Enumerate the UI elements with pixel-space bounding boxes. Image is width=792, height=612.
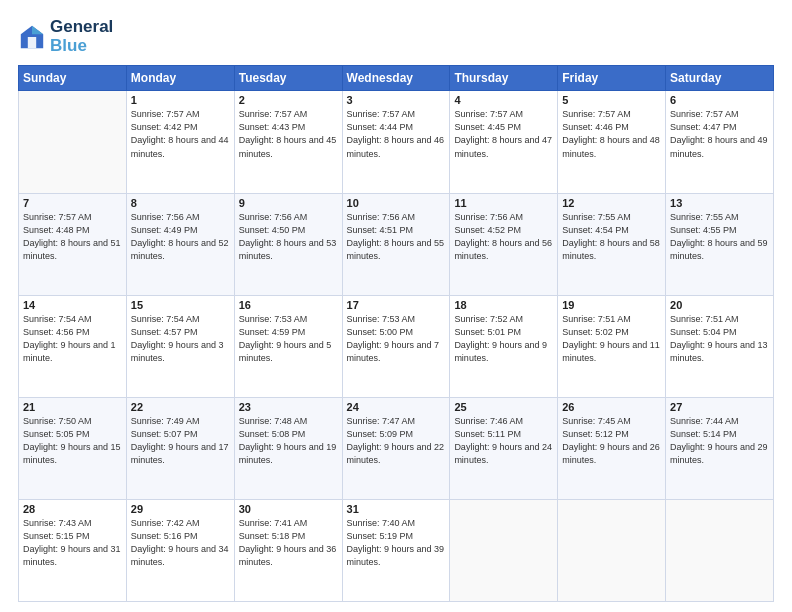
calendar-cell	[450, 499, 558, 601]
weekday-header-tuesday: Tuesday	[234, 66, 342, 91]
calendar-cell: 31Sunrise: 7:40 AMSunset: 5:19 PMDayligh…	[342, 499, 450, 601]
cell-text: Sunrise: 7:57 AMSunset: 4:44 PMDaylight:…	[347, 109, 445, 158]
calendar-cell: 28Sunrise: 7:43 AMSunset: 5:15 PMDayligh…	[19, 499, 127, 601]
cell-text: Sunrise: 7:53 AMSunset: 4:59 PMDaylight:…	[239, 314, 332, 363]
calendar-cell: 18Sunrise: 7:52 AMSunset: 5:01 PMDayligh…	[450, 295, 558, 397]
cell-text: Sunrise: 7:53 AMSunset: 5:00 PMDaylight:…	[347, 314, 440, 363]
cell-text: Sunrise: 7:44 AMSunset: 5:14 PMDaylight:…	[670, 416, 768, 465]
calendar-cell: 21Sunrise: 7:50 AMSunset: 5:05 PMDayligh…	[19, 397, 127, 499]
calendar-cell: 27Sunrise: 7:44 AMSunset: 5:14 PMDayligh…	[666, 397, 774, 499]
calendar-cell: 29Sunrise: 7:42 AMSunset: 5:16 PMDayligh…	[126, 499, 234, 601]
calendar-cell: 7Sunrise: 7:57 AMSunset: 4:48 PMDaylight…	[19, 193, 127, 295]
day-number: 12	[562, 197, 661, 209]
day-number: 20	[670, 299, 769, 311]
logo-text: General Blue	[50, 18, 113, 55]
cell-text: Sunrise: 7:57 AMSunset: 4:47 PMDaylight:…	[670, 109, 768, 158]
calendar-cell: 12Sunrise: 7:55 AMSunset: 4:54 PMDayligh…	[558, 193, 666, 295]
cell-text: Sunrise: 7:48 AMSunset: 5:08 PMDaylight:…	[239, 416, 337, 465]
cell-text: Sunrise: 7:56 AMSunset: 4:49 PMDaylight:…	[131, 212, 229, 261]
cell-text: Sunrise: 7:56 AMSunset: 4:51 PMDaylight:…	[347, 212, 445, 261]
calendar-cell: 2Sunrise: 7:57 AMSunset: 4:43 PMDaylight…	[234, 91, 342, 193]
calendar-cell: 22Sunrise: 7:49 AMSunset: 5:07 PMDayligh…	[126, 397, 234, 499]
cell-text: Sunrise: 7:56 AMSunset: 4:50 PMDaylight:…	[239, 212, 337, 261]
calendar-cell: 16Sunrise: 7:53 AMSunset: 4:59 PMDayligh…	[234, 295, 342, 397]
cell-text: Sunrise: 7:57 AMSunset: 4:43 PMDaylight:…	[239, 109, 337, 158]
weekday-header-monday: Monday	[126, 66, 234, 91]
calendar-cell: 9Sunrise: 7:56 AMSunset: 4:50 PMDaylight…	[234, 193, 342, 295]
day-number: 16	[239, 299, 338, 311]
cell-text: Sunrise: 7:57 AMSunset: 4:42 PMDaylight:…	[131, 109, 229, 158]
cell-text: Sunrise: 7:46 AMSunset: 5:11 PMDaylight:…	[454, 416, 552, 465]
cell-text: Sunrise: 7:45 AMSunset: 5:12 PMDaylight:…	[562, 416, 660, 465]
calendar-cell: 11Sunrise: 7:56 AMSunset: 4:52 PMDayligh…	[450, 193, 558, 295]
cell-text: Sunrise: 7:55 AMSunset: 4:55 PMDaylight:…	[670, 212, 768, 261]
weekday-header-sunday: Sunday	[19, 66, 127, 91]
day-number: 22	[131, 401, 230, 413]
day-number: 4	[454, 94, 553, 106]
day-number: 19	[562, 299, 661, 311]
logo-icon	[18, 23, 46, 51]
calendar-cell: 25Sunrise: 7:46 AMSunset: 5:11 PMDayligh…	[450, 397, 558, 499]
calendar-cell: 8Sunrise: 7:56 AMSunset: 4:49 PMDaylight…	[126, 193, 234, 295]
cell-text: Sunrise: 7:57 AMSunset: 4:46 PMDaylight:…	[562, 109, 660, 158]
calendar-cell	[19, 91, 127, 193]
calendar-cell: 17Sunrise: 7:53 AMSunset: 5:00 PMDayligh…	[342, 295, 450, 397]
calendar-cell: 30Sunrise: 7:41 AMSunset: 5:18 PMDayligh…	[234, 499, 342, 601]
day-number: 29	[131, 503, 230, 515]
cell-text: Sunrise: 7:55 AMSunset: 4:54 PMDaylight:…	[562, 212, 660, 261]
day-number: 25	[454, 401, 553, 413]
day-number: 31	[347, 503, 446, 515]
calendar-cell: 10Sunrise: 7:56 AMSunset: 4:51 PMDayligh…	[342, 193, 450, 295]
day-number: 11	[454, 197, 553, 209]
calendar-cell	[666, 499, 774, 601]
calendar-cell: 6Sunrise: 7:57 AMSunset: 4:47 PMDaylight…	[666, 91, 774, 193]
day-number: 8	[131, 197, 230, 209]
cell-text: Sunrise: 7:54 AMSunset: 4:57 PMDaylight:…	[131, 314, 224, 363]
day-number: 7	[23, 197, 122, 209]
day-number: 17	[347, 299, 446, 311]
cell-text: Sunrise: 7:49 AMSunset: 5:07 PMDaylight:…	[131, 416, 229, 465]
calendar-cell: 4Sunrise: 7:57 AMSunset: 4:45 PMDaylight…	[450, 91, 558, 193]
day-number: 18	[454, 299, 553, 311]
calendar-cell	[558, 499, 666, 601]
calendar-cell: 20Sunrise: 7:51 AMSunset: 5:04 PMDayligh…	[666, 295, 774, 397]
cell-text: Sunrise: 7:43 AMSunset: 5:15 PMDaylight:…	[23, 518, 121, 567]
day-number: 2	[239, 94, 338, 106]
day-number: 5	[562, 94, 661, 106]
day-number: 30	[239, 503, 338, 515]
cell-text: Sunrise: 7:57 AMSunset: 4:48 PMDaylight:…	[23, 212, 121, 261]
calendar-cell: 1Sunrise: 7:57 AMSunset: 4:42 PMDaylight…	[126, 91, 234, 193]
day-number: 24	[347, 401, 446, 413]
cell-text: Sunrise: 7:56 AMSunset: 4:52 PMDaylight:…	[454, 212, 552, 261]
day-number: 23	[239, 401, 338, 413]
weekday-header-saturday: Saturday	[666, 66, 774, 91]
cell-text: Sunrise: 7:47 AMSunset: 5:09 PMDaylight:…	[347, 416, 445, 465]
day-number: 3	[347, 94, 446, 106]
day-number: 14	[23, 299, 122, 311]
weekday-header-friday: Friday	[558, 66, 666, 91]
cell-text: Sunrise: 7:40 AMSunset: 5:19 PMDaylight:…	[347, 518, 445, 567]
calendar-cell: 15Sunrise: 7:54 AMSunset: 4:57 PMDayligh…	[126, 295, 234, 397]
cell-text: Sunrise: 7:51 AMSunset: 5:04 PMDaylight:…	[670, 314, 768, 363]
cell-text: Sunrise: 7:50 AMSunset: 5:05 PMDaylight:…	[23, 416, 121, 465]
calendar-cell: 5Sunrise: 7:57 AMSunset: 4:46 PMDaylight…	[558, 91, 666, 193]
calendar-cell: 3Sunrise: 7:57 AMSunset: 4:44 PMDaylight…	[342, 91, 450, 193]
day-number: 27	[670, 401, 769, 413]
cell-text: Sunrise: 7:54 AMSunset: 4:56 PMDaylight:…	[23, 314, 116, 363]
day-number: 21	[23, 401, 122, 413]
day-number: 13	[670, 197, 769, 209]
day-number: 26	[562, 401, 661, 413]
cell-text: Sunrise: 7:51 AMSunset: 5:02 PMDaylight:…	[562, 314, 660, 363]
calendar-cell: 19Sunrise: 7:51 AMSunset: 5:02 PMDayligh…	[558, 295, 666, 397]
calendar-cell: 26Sunrise: 7:45 AMSunset: 5:12 PMDayligh…	[558, 397, 666, 499]
calendar-cell: 13Sunrise: 7:55 AMSunset: 4:55 PMDayligh…	[666, 193, 774, 295]
day-number: 15	[131, 299, 230, 311]
header: General Blue	[18, 18, 774, 55]
day-number: 6	[670, 94, 769, 106]
calendar-table: SundayMondayTuesdayWednesdayThursdayFrid…	[18, 65, 774, 602]
calendar-cell: 14Sunrise: 7:54 AMSunset: 4:56 PMDayligh…	[19, 295, 127, 397]
day-number: 1	[131, 94, 230, 106]
svg-marker-1	[32, 25, 43, 33]
weekday-header-thursday: Thursday	[450, 66, 558, 91]
calendar-cell: 23Sunrise: 7:48 AMSunset: 5:08 PMDayligh…	[234, 397, 342, 499]
